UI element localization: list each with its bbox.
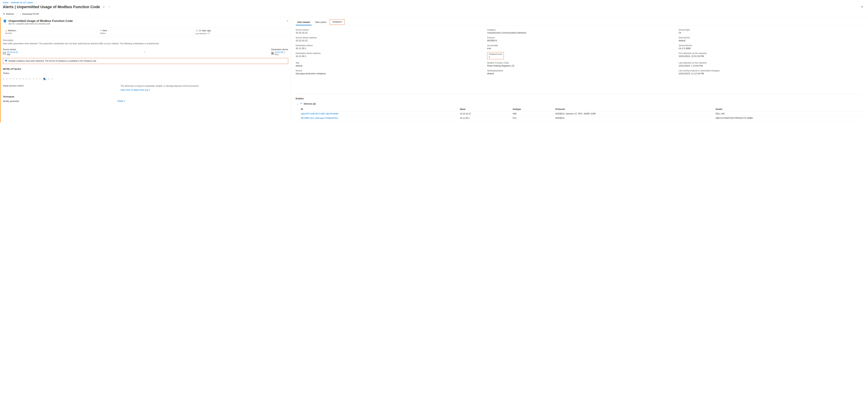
detail-label: ViolationCount	[489, 53, 502, 55]
chevron-down-icon: ⌄	[17, 30, 18, 31]
more-icon[interactable]: ⋯	[107, 5, 111, 9]
description-label: Description	[3, 39, 288, 41]
entity-vendor: DELL INC.	[714, 112, 863, 116]
detection-cell: 🕑 11 days ago Last detection ⓘ	[193, 27, 288, 36]
collapse-icon[interactable]: «	[287, 19, 288, 22]
breadcrumb-defender[interactable]: Defender for IoT | Alerts	[11, 1, 33, 4]
tab-take-action[interactable]: Take action	[313, 19, 328, 25]
entity-group-devices[interactable]: ⌄ Devices (2)	[296, 102, 863, 105]
detail-label: Destination device address	[296, 52, 480, 55]
tab-violations[interactable]: Violations	[330, 19, 345, 25]
severity-value: Medium	[8, 29, 16, 32]
refresh-button[interactable]: ⟳ Refresh	[3, 12, 14, 16]
pin-icon[interactable]	[102, 5, 105, 9]
mitre-read-more-link[interactable]: read more on attack.mitre.org ⧉	[121, 89, 150, 92]
detail-value: idoscapa-amitcohen-violations	[296, 72, 480, 75]
table-row[interactable]: c6ac287f-e108-4b71-b807-a6ccf4c3ef8e10.1…	[296, 112, 863, 116]
detail-value: default	[679, 39, 863, 42]
status-value: New	[102, 29, 107, 32]
tactic-dot-active[interactable]	[42, 77, 46, 81]
entity-vendor: ABB AUTOMATION PRODUCTS GMBH	[714, 116, 863, 120]
tactic-dot[interactable]	[48, 78, 50, 80]
entity-subtype: HMI	[511, 112, 554, 116]
violations-notice: Multiple violations have been detected. …	[3, 58, 288, 64]
detail-item: Last detection (in the network)10/31/202…	[679, 62, 863, 67]
download-icon: ↓	[20, 13, 21, 15]
detail-label: Site	[296, 62, 480, 64]
alert-id: Alert ID: c3a9a66f-a0d0-439f-a1b1-3b8cf0…	[8, 23, 73, 25]
status-cell[interactable]: ✦ New ⌄ Status	[98, 27, 193, 36]
detail-item: isLearnabletrue	[487, 44, 672, 50]
tactic-dot[interactable]	[23, 78, 24, 80]
detail-value: MODBUS	[487, 39, 672, 42]
th-vendor[interactable]: Vendor	[714, 107, 863, 112]
detail-label: Protocol	[487, 36, 672, 39]
devices-icon	[300, 102, 302, 105]
tactic-dot[interactable]	[13, 78, 14, 80]
detail-value: default	[487, 72, 672, 75]
detail-label: SensorZone	[679, 36, 863, 39]
detail-item: First detection (in the network)10/31/20…	[679, 52, 863, 59]
tab-alert-details[interactable]: Alert details	[296, 19, 312, 25]
tactic-dot[interactable]	[36, 78, 37, 80]
page-title: Alerts | Unpermitted Usage of Modbus Fun…	[3, 5, 100, 9]
external-link-icon: ⧉	[124, 100, 125, 102]
table-row[interactable]: 96730f5e-3cc1-41fd-aacc-f7edbcb5751110.1…	[296, 116, 863, 120]
entity-id-link[interactable]: 96730f5e-3cc1-41fd-aacc-f7edbcb57511	[301, 117, 338, 119]
th-subtype[interactable]: Subtype	[511, 107, 554, 112]
tactic-dot[interactable]	[39, 78, 41, 80]
svg-rect-5	[272, 53, 273, 54]
breadcrumb: Home › Defender for IoT | Alerts ›	[0, 0, 868, 4]
th-id[interactable]: ID	[296, 107, 458, 112]
description-text: New traffic parameters were detected. Th…	[3, 42, 288, 45]
detail-label: SiteDisplayName	[487, 69, 672, 72]
severity-cell[interactable]: ▲ Medium ⌄ Severity	[3, 27, 98, 36]
tactic-dot[interactable]	[6, 78, 8, 80]
shield-info-icon	[5, 60, 7, 62]
tactic-dot[interactable]	[20, 78, 21, 80]
destination-device-ip[interactable]: 10.11.50.1	[275, 51, 285, 54]
breadcrumb-home[interactable]: Home	[3, 1, 8, 4]
tactic-dot[interactable]	[52, 78, 53, 80]
detail-item: SensorVersion24.1.5.3689	[679, 44, 863, 50]
entity-protocols: MODBUS	[554, 116, 714, 120]
detail-label: Modbus Function Code	[487, 62, 672, 64]
svg-point-7	[44, 79, 45, 80]
hmi-icon	[3, 52, 6, 55]
tactic-dot[interactable]	[29, 78, 31, 80]
status-label: Status	[100, 32, 191, 34]
tactic-dot[interactable]	[33, 78, 34, 80]
info-icon[interactable]: ⓘ	[208, 32, 210, 35]
th-protocols[interactable]: Protocols	[554, 107, 714, 112]
detail-item: Last activity (manual or automated chang…	[679, 69, 863, 75]
tactics-dots	[3, 77, 288, 81]
table-header-row: ID Name Subtype Protocols Vendor	[296, 107, 863, 112]
technique-id-link[interactable]: T0836 ⧉	[117, 100, 125, 102]
download-label: Download PCAP	[22, 13, 39, 15]
th-name[interactable]: Name	[458, 107, 511, 112]
detection-label: Last detection	[195, 32, 207, 35]
entity-name: 10.11.50.1	[458, 116, 511, 120]
entities-title: Entities	[296, 97, 863, 100]
tactic-dot[interactable]	[16, 78, 18, 80]
page-title-row: Alerts | Unpermitted Usage of Modbus Fun…	[0, 4, 868, 11]
source-device-ip[interactable]: 10.10.10.22	[7, 51, 18, 54]
detail-item: SensorTypeOt	[679, 29, 863, 34]
tactic-dot[interactable]	[3, 78, 4, 80]
source-device-label: Source device	[3, 48, 18, 51]
chevron-right-icon: ›	[34, 2, 35, 4]
detail-label: Last detection (in the network)	[679, 62, 863, 64]
download-pcap-button[interactable]: ↓ Download PCAP	[20, 12, 39, 16]
detail-value: 10.11.50.1	[296, 47, 480, 50]
device-flow: Source device 10.10.10.22 HMI → Destinat…	[3, 48, 288, 56]
detail-value: Ot	[679, 31, 863, 34]
entity-id-link[interactable]: c6ac287f-e108-4b71-b807-a6ccf4c3ef8e	[301, 113, 338, 115]
close-icon[interactable]: ✕	[860, 4, 865, 9]
svg-rect-1	[5, 21, 5, 21]
tactic-dot[interactable]	[26, 78, 27, 80]
impair-label: Impair process control	[3, 85, 117, 92]
detection-value: 11 days ago	[198, 29, 211, 32]
entity-protocols: MODBUS, Siemens S7, RPC, SNMP, ICMP	[554, 112, 714, 116]
detail-label: Sensor	[296, 69, 480, 72]
tactic-dot[interactable]	[9, 78, 11, 80]
